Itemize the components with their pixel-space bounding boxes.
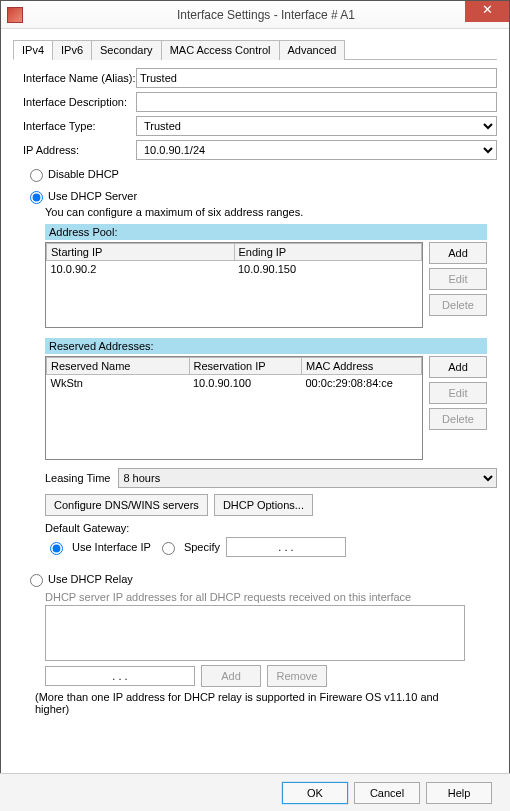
disable-dhcp-radio[interactable] [30, 169, 43, 182]
interface-type-label: Interface Type: [23, 120, 136, 132]
res-col-name[interactable]: Reserved Name [47, 358, 190, 375]
address-pool-header: Address Pool: [45, 224, 487, 240]
gw-use-interface-label: Use Interface IP [72, 541, 151, 553]
tab-ipv6[interactable]: IPv6 [52, 40, 92, 60]
res-edit-button[interactable]: Edit [429, 382, 487, 404]
ok-button[interactable]: OK [282, 782, 348, 804]
title-bar: Interface Settings - Interface # A1 ✕ [1, 1, 509, 29]
res-add-button[interactable]: Add [429, 356, 487, 378]
gw-specify-label: Specify [184, 541, 220, 553]
ip-address-label: IP Address: [23, 144, 136, 156]
tab-secondary[interactable]: Secondary [91, 40, 162, 60]
use-dhcp-server-radio[interactable] [30, 191, 43, 204]
interface-name-field[interactable] [136, 68, 497, 88]
disable-dhcp-label: Disable DHCP [48, 168, 119, 180]
tab-advanced[interactable]: Advanced [279, 40, 346, 60]
app-icon [7, 7, 23, 23]
relay-ip-field[interactable]: . . . [45, 666, 195, 686]
tab-ipv4[interactable]: IPv4 [13, 40, 53, 60]
interface-desc-label: Interface Description: [23, 96, 136, 108]
relay-ip-list[interactable] [45, 605, 465, 661]
dhcp-options-button[interactable]: DHCP Options... [214, 494, 313, 516]
pool-col-end[interactable]: Ending IP [234, 244, 422, 261]
interface-type-select[interactable]: Trusted [136, 116, 497, 136]
tab-mac-access[interactable]: MAC Access Control [161, 40, 280, 60]
tab-strip: IPv4 IPv6 Secondary MAC Access Control A… [13, 39, 497, 60]
cancel-button[interactable]: Cancel [354, 782, 420, 804]
help-button[interactable]: Help [426, 782, 492, 804]
address-pool-table[interactable]: Starting IP Ending IP 10.0.90.2 10.0.90.… [45, 242, 423, 328]
content-area: IPv4 IPv6 Secondary MAC Access Control A… [1, 29, 509, 715]
pool-add-button[interactable]: Add [429, 242, 487, 264]
relay-add-button[interactable]: Add [201, 665, 261, 687]
default-gateway-label: Default Gateway: [45, 522, 497, 534]
res-col-ip[interactable]: Reservation IP [189, 358, 302, 375]
leasing-time-select[interactable]: 8 hours [118, 468, 497, 488]
table-row[interactable]: 10.0.90.2 10.0.90.150 [47, 261, 422, 278]
window-title: Interface Settings - Interface # A1 [23, 8, 509, 22]
reserved-table[interactable]: Reserved Name Reservation IP MAC Address… [45, 356, 423, 460]
interface-name-label: Interface Name (Alias): [23, 72, 136, 84]
gw-use-interface-radio[interactable] [50, 542, 63, 555]
use-dhcp-server-label: Use DHCP Server [48, 190, 137, 202]
reserved-header: Reserved Addresses: [45, 338, 487, 354]
close-button[interactable]: ✕ [465, 1, 509, 22]
ip-address-select[interactable]: 10.0.90.1/24 [136, 140, 497, 160]
use-dhcp-relay-label: Use DHCP Relay [48, 573, 133, 585]
leasing-time-label: Leasing Time [45, 472, 110, 484]
res-col-mac[interactable]: MAC Address [302, 358, 422, 375]
relay-remove-button[interactable]: Remove [267, 665, 327, 687]
dhcp-hint: You can configure a maximum of six addre… [45, 206, 497, 218]
dialog-footer: OK Cancel Help [0, 773, 510, 811]
relay-hint: DHCP server IP addresses for all DHCP re… [45, 591, 497, 603]
dns-wins-button[interactable]: Configure DNS/WINS servers [45, 494, 208, 516]
use-dhcp-relay-radio[interactable] [30, 574, 43, 587]
gw-specify-radio[interactable] [162, 542, 175, 555]
pool-delete-button[interactable]: Delete [429, 294, 487, 316]
interface-desc-field[interactable] [136, 92, 497, 112]
pool-col-start[interactable]: Starting IP [47, 244, 235, 261]
table-row[interactable]: WkStn 10.0.90.100 00:0c:29:08:84:ce [47, 375, 422, 392]
pool-edit-button[interactable]: Edit [429, 268, 487, 290]
res-delete-button[interactable]: Delete [429, 408, 487, 430]
relay-note: (More than one IP address for DHCP relay… [35, 691, 475, 715]
gw-specify-ip-field[interactable]: . . . [226, 537, 346, 557]
